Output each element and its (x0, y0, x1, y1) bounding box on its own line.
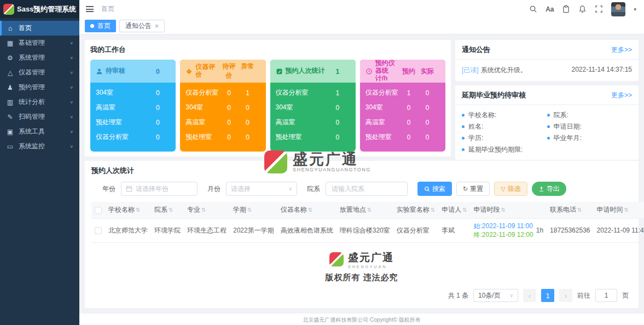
sidebar-item-label: 系统工具 (19, 127, 69, 136)
col-lab[interactable]: 实验室名称⇅ (393, 202, 438, 218)
content-brand: 盛元广通 SHENGYUAN 版权所有 违法必究 (91, 251, 632, 283)
stats-panel: 预约人次统计 年份 请选择年份 月份 请选择 ∨ 院系 (85, 161, 639, 308)
notice-item[interactable]: [已读] 系统优化升级。 2022-11-14 14:37:15 (455, 60, 639, 81)
prev-page-button[interactable]: ‹ (523, 289, 536, 302)
brand-logo-icon (3, 4, 14, 15)
sidebar-item-system-tools[interactable]: ▣ 系统工具 ∨ (0, 124, 79, 139)
tab-label: 通知公告 (125, 21, 152, 31)
cell-location: 理科综合楼320室 (336, 218, 393, 242)
reservation-table: 学校名称⇅ 院系⇅ 专业⇅ 学期⇅ 仪器名称⇅ 放置地点⇅ 实验室名称⇅ 申请人… (91, 202, 644, 243)
tab-notice[interactable]: 通知公告 × (119, 20, 165, 32)
sort-icon: ⇅ (431, 207, 435, 213)
card-stat-row: 304室00 (365, 100, 440, 115)
bell-icon[interactable] (578, 5, 587, 13)
chevron-down-icon: ∨ (509, 293, 513, 298)
card-title: 预约人次统计 (286, 67, 325, 75)
app-title: Sass预约管理系统 (17, 4, 76, 14)
filter-button[interactable]: ▽ 筛选 (494, 182, 527, 196)
fullscreen-icon[interactable] (595, 5, 603, 13)
avatar-caret-icon[interactable]: ▾ (634, 7, 636, 12)
workbench-title: 我的工作台 (90, 45, 445, 55)
bullet-icon (462, 137, 465, 140)
sidebar-item-instrument-mgmt[interactable]: △ 仪器管理 ∨ (0, 65, 79, 80)
page-number-button[interactable]: 1 (541, 289, 554, 302)
watermark-brand: 盛元广通 SHENGYUANGUANGTONG (264, 150, 371, 173)
search-icon[interactable] (529, 5, 537, 13)
card-stat-row: 高温室0 (276, 115, 350, 130)
table-row[interactable]: 北京师范大学 环境学院 环境生态工程 2022第一学期 高效液相色谱系统 理科综… (91, 218, 644, 242)
notice-more-link[interactable]: 更多>> (611, 45, 632, 55)
chevron-down-icon: ∨ (69, 130, 73, 134)
col-major[interactable]: 专业⇅ (184, 202, 230, 218)
month-label: 月份 (207, 184, 221, 194)
card-instrument-hours: 预约仪器统计/h 预约 实际 仪器分析室10 304室00 高温室00 (360, 60, 445, 152)
card-stat-row: 仪器分析室10 (365, 85, 440, 100)
month-placeholder: 请选择 (231, 184, 251, 194)
select-all-checkbox[interactable] (95, 207, 102, 214)
field-label: 学历: (462, 132, 547, 144)
chevron-down-icon: ∨ (69, 100, 73, 105)
col-dept[interactable]: 院系⇅ (151, 202, 184, 218)
period-end: 终:2022-11-09 12:00 (474, 230, 533, 239)
sidebar-collapse-icon[interactable] (86, 6, 94, 12)
reset-button[interactable]: ↻ 重置 (456, 182, 490, 196)
font-size-icon[interactable]: Aa (546, 5, 554, 13)
chevron-down-icon: ∨ (69, 41, 73, 45)
page-size-select[interactable]: 10条/页 ∨ (473, 289, 518, 302)
edit-icon: ✎ (6, 113, 14, 121)
col-school[interactable]: 学校名称⇅ (105, 202, 151, 218)
goto-page-input[interactable] (595, 289, 617, 302)
year-picker[interactable]: 请选择年份 (121, 182, 198, 196)
next-page-button[interactable]: › (559, 289, 572, 302)
sidebar-item-stat-analysis[interactable]: ▥ 统计分析 ∨ (0, 95, 79, 109)
card-stat-row: 304室0 (96, 85, 170, 100)
brand-logo-icon (329, 252, 344, 266)
graduation-more-link[interactable]: 更多>> (611, 91, 632, 100)
upload-icon (538, 186, 544, 192)
month-select[interactable]: 请选择 ∨ (226, 182, 297, 196)
sidebar-item-label: 系统监控 (19, 142, 69, 151)
sidebar-item-system-mgmt[interactable]: ⚙ 系统管理 ∨ (0, 50, 79, 65)
col-term[interactable]: 学期⇅ (230, 202, 277, 218)
user-avatar[interactable] (611, 2, 625, 16)
row-checkbox[interactable] (95, 227, 102, 234)
notice-panel: 通知公告 更多>> [已读] 系统优化升级。 2022-11-14 14:37:… (455, 40, 639, 81)
sidebar-item-reservation-mgmt[interactable]: ♟ 预约管理 ∨ (0, 80, 79, 95)
col-phone[interactable]: 联系电话⇅ (547, 202, 593, 218)
table-header-row: 学校名称⇅ 院系⇅ 专业⇅ 学期⇅ 仪器名称⇅ 放置地点⇅ 实验室名称⇅ 申请人… (91, 202, 644, 218)
brand-logo-icon (264, 150, 287, 173)
card-instrument-evaluation: 仪器评价 待评价 异常 仪器分析室01 304室00 高温室00 预处理 (180, 60, 265, 152)
brand-subtitle: SHENGYUAN (348, 265, 394, 269)
card-stat-row: 仪器分析室01 (185, 85, 260, 100)
col-instrument[interactable]: 仪器名称⇅ (277, 202, 336, 218)
sidebar-item-scan-mgmt[interactable]: ✎ 扫码管理 ∨ (0, 109, 79, 124)
sidebar-item-system-monitor[interactable]: ▭ 系统监控 ∨ (0, 139, 79, 154)
card-col-label: 待评价 (220, 62, 239, 80)
col-location[interactable]: 放置地点⇅ (336, 202, 393, 218)
sort-icon: ⇅ (169, 207, 173, 213)
page-footer: 北京盛元广通科技有限公司 Copyright© 版权所有 (79, 314, 644, 325)
search-button[interactable]: 搜索 (417, 182, 452, 196)
funnel-icon: ▽ (501, 186, 505, 192)
cell-period: 始:2022-11-09 11:00 终:2022-11-09 12:00 1h (471, 218, 547, 242)
export-button[interactable]: 导出 (532, 182, 566, 196)
tab-home[interactable]: 首页 (85, 20, 116, 32)
card-title: 待审核 (106, 67, 125, 75)
card-stat-row: 仪器分析室0 (96, 130, 170, 144)
close-icon[interactable]: × (155, 22, 159, 30)
col-period[interactable]: 申请时段⇅ (471, 202, 547, 218)
sort-icon: ⇅ (201, 207, 206, 213)
brand-name: 盛元广通 (293, 152, 371, 167)
field-label: 姓名: (462, 121, 547, 132)
user-icon (96, 68, 103, 75)
sidebar-item-basic-mgmt[interactable]: ▦ 基础管理 ∨ (0, 36, 79, 50)
sidebar-item-home[interactable]: ⌂ 首页 (0, 21, 79, 36)
col-apply-time[interactable]: 申请时间⇅ (594, 202, 644, 218)
workbench-cards: 待审核 0 304室0 高温室0 预处理室0 仪器分析室0 (90, 60, 445, 152)
dept-input[interactable] (326, 182, 408, 196)
clipboard-icon[interactable] (562, 5, 570, 13)
sort-icon: ⇅ (624, 207, 629, 213)
col-applicant[interactable]: 申请人⇅ (438, 202, 470, 218)
cell-instrument: 高效液相色谱系统 (277, 218, 336, 242)
field-label: 院系: (547, 109, 633, 121)
